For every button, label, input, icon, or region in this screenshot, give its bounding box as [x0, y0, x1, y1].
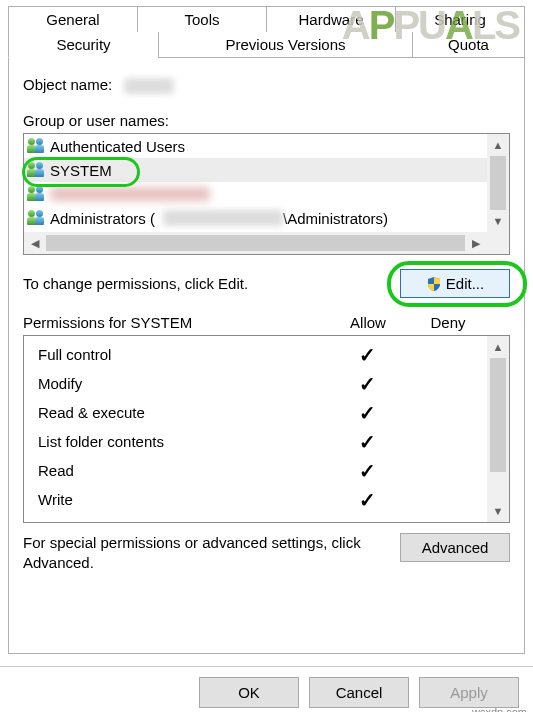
edit-button[interactable]: Edit... — [400, 269, 510, 298]
tab-quota[interactable]: Quota — [412, 32, 525, 58]
perm-row: Modify — [38, 369, 487, 398]
permissions-list: Full control Modify Read & execute List … — [23, 335, 510, 523]
tab-hardware[interactable]: Hardware — [266, 6, 395, 33]
perm-allow-check-icon — [327, 401, 407, 425]
scroll-corner — [487, 232, 509, 254]
tab-row-1: General Tools Hardware Sharing — [8, 6, 525, 33]
tab-general[interactable]: General — [8, 6, 137, 33]
group-icon — [28, 186, 46, 202]
edit-permissions-text: To change permissions, click Edit. — [23, 275, 248, 292]
perm-row: Write — [38, 485, 487, 514]
perm-name: Read & execute — [38, 404, 327, 421]
permissions-for-label: Permissions for SYSTEM — [23, 314, 328, 331]
permissions-header: Permissions for SYSTEM Allow Deny — [23, 314, 510, 331]
perm-allow-check-icon — [327, 372, 407, 396]
scroll-up-icon[interactable]: ▲ — [487, 336, 509, 358]
advanced-text: For special permissions or advanced sett… — [23, 533, 388, 574]
perm-row: Full control — [38, 340, 487, 369]
scroll-thumb[interactable] — [490, 156, 506, 210]
group-icon — [28, 210, 46, 226]
perm-row: Read & execute — [38, 398, 487, 427]
permissions-vscroll[interactable]: ▲ ▼ — [487, 336, 509, 522]
perm-name: Write — [38, 491, 327, 508]
perm-allow-check-icon — [327, 343, 407, 367]
tab-row-2: Security Previous Versions Quota — [8, 32, 525, 58]
tab-security[interactable]: Security — [8, 32, 158, 58]
ok-button[interactable]: OK — [199, 677, 299, 708]
perm-name: Modify — [38, 375, 327, 392]
scroll-thumb[interactable] — [490, 358, 506, 472]
perm-row: List folder contents — [38, 427, 487, 456]
scroll-left-icon[interactable]: ◀ — [24, 232, 46, 254]
apply-button[interactable]: Apply — [419, 677, 519, 708]
scroll-down-icon[interactable]: ▼ — [487, 210, 509, 232]
security-tab-panel: Object name: Group or user names: Authen… — [8, 58, 525, 654]
perm-row: Read — [38, 456, 487, 485]
group-name: SYSTEM — [50, 162, 112, 179]
group-name-blurred — [50, 187, 210, 201]
object-name-value — [124, 78, 174, 94]
cancel-button[interactable]: Cancel — [309, 677, 409, 708]
group-icon — [28, 162, 46, 178]
uac-shield-icon — [426, 276, 442, 292]
edit-button-label: Edit... — [446, 275, 484, 292]
group-list[interactable]: Authenticated Users SYSTEM — [23, 133, 510, 255]
deny-column-header: Deny — [408, 314, 488, 331]
scroll-up-icon[interactable]: ▲ — [487, 134, 509, 156]
scroll-thumb[interactable] — [46, 235, 465, 251]
group-name-suffix: \Administrators) — [283, 210, 388, 227]
tab-tools[interactable]: Tools — [137, 6, 266, 33]
perm-allow-check-icon — [327, 488, 407, 512]
footer-watermark: wsxdn.com — [472, 706, 527, 712]
scroll-right-icon[interactable]: ▶ — [465, 232, 487, 254]
perm-allow-check-icon — [327, 459, 407, 483]
object-name-label: Object name: — [23, 76, 112, 93]
perm-name: List folder contents — [38, 433, 327, 450]
perm-allow-check-icon — [327, 430, 407, 454]
perm-name: Read — [38, 462, 327, 479]
tab-previous-versions[interactable]: Previous Versions — [158, 32, 412, 58]
scroll-down-icon[interactable]: ▼ — [487, 500, 509, 522]
group-row-hidden[interactable] — [24, 182, 487, 206]
group-name: Authenticated Users — [50, 138, 185, 155]
group-row-administrators[interactable]: Administrators ( \Administrators) — [24, 206, 487, 230]
allow-column-header: Allow — [328, 314, 408, 331]
dialog-button-row: OK Cancel Apply — [0, 666, 533, 712]
group-row-system[interactable]: SYSTEM — [24, 158, 487, 182]
group-row-authenticated-users[interactable]: Authenticated Users — [24, 134, 487, 158]
perm-name: Full control — [38, 346, 327, 363]
advanced-button[interactable]: Advanced — [400, 533, 510, 562]
group-list-label: Group or user names: — [23, 112, 510, 129]
tab-sharing[interactable]: Sharing — [395, 6, 525, 33]
group-list-hscroll[interactable]: ◀ ▶ — [24, 232, 487, 254]
group-name-prefix: Administrators ( — [50, 210, 155, 227]
group-name-blurred-part — [163, 210, 283, 226]
group-icon — [28, 138, 46, 154]
group-list-vscroll[interactable]: ▲ ▼ — [487, 134, 509, 232]
